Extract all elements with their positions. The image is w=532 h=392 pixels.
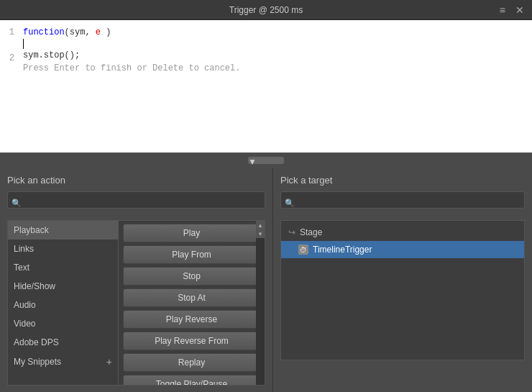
action-play-reverse-from[interactable]: Play Reverse From bbox=[123, 332, 260, 350]
kw-function: function bbox=[23, 27, 65, 37]
line-number-1: 1 bbox=[6, 26, 14, 39]
tree-item-timeline-trigger[interactable]: ⏱ TimelineTrigger bbox=[281, 241, 524, 258]
category-list: Playback Links Text Hide/Show Audio Vide… bbox=[7, 220, 119, 386]
pick-target-title: Pick a target bbox=[280, 175, 525, 186]
action-play[interactable]: Play bbox=[123, 224, 260, 242]
stage-label: Stage bbox=[300, 227, 322, 237]
category-playback[interactable]: Playback bbox=[8, 221, 118, 240]
action-play-reverse[interactable]: Play Reverse bbox=[123, 310, 260, 329]
target-search-icon: 🔍 bbox=[285, 199, 295, 208]
timeline-trigger-icon: ⏱ bbox=[298, 245, 308, 255]
category-hideshow[interactable]: Hide/Show bbox=[8, 277, 118, 296]
category-my-snippets[interactable]: My Snippets + bbox=[8, 352, 118, 372]
titlebar-controls: ≡ ✕ bbox=[497, 4, 526, 16]
action-search-input[interactable] bbox=[7, 191, 265, 209]
category-video[interactable]: Video bbox=[8, 314, 118, 333]
titlebar: Trigger @ 2500 ms ≡ ✕ bbox=[0, 0, 532, 20]
text-cursor bbox=[23, 39, 24, 49]
menu-icon[interactable]: ≡ bbox=[497, 4, 508, 16]
kw-e: e bbox=[96, 27, 101, 37]
code-line-hint: Press Enter to finish or Delete to cance… bbox=[23, 62, 529, 75]
action-search-icon: 🔍 bbox=[12, 199, 22, 208]
action-toggle-play-pause[interactable]: Toggle Play/Pause bbox=[123, 375, 260, 385]
titlebar-title: Trigger @ 2500 ms bbox=[229, 5, 303, 15]
actions-buttons-scroll: Play Play From Stop Stop At Play Reverse… bbox=[119, 221, 265, 385]
action-stop[interactable]: Stop bbox=[123, 267, 260, 286]
scroll-handle[interactable]: ▼ bbox=[248, 157, 284, 164]
scroll-down-arrow[interactable]: ▼ bbox=[256, 229, 265, 238]
actions-buttons-wrapper: Play Play From Stop Stop At Play Reverse… bbox=[119, 220, 265, 386]
target-search-input[interactable] bbox=[280, 191, 525, 209]
actions-scrollbar[interactable]: ▲ ▼ bbox=[256, 221, 265, 385]
right-panel: Pick a target 🔍 ↪ Stage ⏱ TimelineTrigge… bbox=[273, 168, 532, 392]
close-icon[interactable]: ✕ bbox=[513, 4, 526, 16]
category-adobe-dps[interactable]: Adobe DPS bbox=[8, 333, 118, 352]
code-editor: 1 2 function(sym, e ) sym.stop(); Press … bbox=[0, 20, 532, 153]
actions-container: Playback Links Text Hide/Show Audio Vide… bbox=[7, 220, 265, 386]
category-links[interactable]: Links bbox=[8, 240, 118, 258]
category-audio[interactable]: Audio bbox=[8, 296, 118, 314]
action-search-wrapper: 🔍 bbox=[7, 191, 265, 214]
action-play-from[interactable]: Play From bbox=[123, 245, 260, 264]
pick-action-title: Pick an action bbox=[7, 175, 265, 186]
timeline-trigger-label: TimelineTrigger bbox=[313, 245, 372, 255]
scroll-up-arrow[interactable]: ▲ bbox=[256, 221, 265, 229]
stage-arrow-icon: ↪ bbox=[288, 227, 295, 237]
line-number-2: 2 bbox=[6, 52, 14, 65]
tree-item-stage[interactable]: ↪ Stage bbox=[281, 224, 524, 241]
add-snippet-icon[interactable]: + bbox=[106, 356, 112, 368]
line-numbers: 1 2 bbox=[0, 26, 20, 147]
category-text[interactable]: Text bbox=[8, 258, 118, 277]
bottom-panel: Pick an action 🔍 Playback Links Text Hid… bbox=[0, 168, 532, 392]
line-number-blank bbox=[6, 39, 14, 52]
code-hint-text: Press Enter to finish or Delete to cance… bbox=[23, 63, 240, 73]
code-line-stop: sym.stop(); bbox=[23, 49, 529, 62]
code-line-function: function(sym, e ) bbox=[23, 26, 529, 39]
action-replay[interactable]: Replay bbox=[123, 353, 260, 372]
action-stop-at[interactable]: Stop At bbox=[123, 288, 260, 307]
scroll-handle-row: ▼ bbox=[0, 153, 532, 168]
code-line-cursor bbox=[23, 39, 529, 49]
code-content[interactable]: function(sym, e ) sym.stop(); Press Ente… bbox=[20, 26, 532, 147]
target-tree: ↪ Stage ⏱ TimelineTrigger bbox=[280, 220, 525, 360]
left-panel: Pick an action 🔍 Playback Links Text Hid… bbox=[0, 168, 273, 392]
code-sym-stop: sym.stop(); bbox=[23, 50, 80, 60]
target-search-wrapper: 🔍 bbox=[280, 191, 525, 214]
